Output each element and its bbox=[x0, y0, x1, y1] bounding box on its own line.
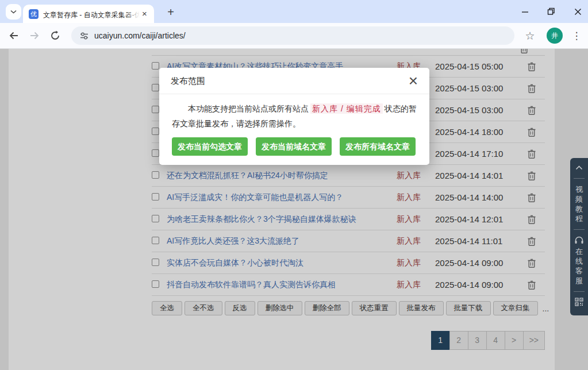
reload-icon bbox=[50, 30, 60, 41]
browser-tab-strip: 优 文章暂存库 - 自动文章采集器-优 × + bbox=[0, 0, 588, 23]
tab-title: 文章暂存库 - 自动文章采集器-优 bbox=[43, 9, 140, 18]
restore-icon bbox=[547, 7, 555, 16]
publish-scope-modal: 发布范围 × 本功能支持把当前站点或所有站点新入库 / 编辑完成状态的暂存文章批… bbox=[159, 68, 429, 165]
forward-button[interactable] bbox=[25, 26, 44, 45]
close-icon bbox=[574, 8, 582, 16]
new-tab-button[interactable]: + bbox=[163, 5, 179, 21]
status-highlight-new: 新入库 bbox=[312, 104, 338, 113]
browser-toolbar: ucaiyun.com/caiji/articles/ ☆ 井 ⋮ bbox=[0, 23, 588, 49]
url-bar[interactable]: ucaiyun.com/caiji/articles/ bbox=[71, 26, 514, 45]
back-arrow-icon bbox=[9, 30, 19, 41]
publish-action-button[interactable]: 发布当前勾选文章 bbox=[172, 137, 248, 156]
highlight-separator: / bbox=[341, 104, 344, 113]
tab-list-chevron-button[interactable] bbox=[6, 4, 21, 20]
window-controls bbox=[519, 0, 583, 23]
browser-menu-icon[interactable]: ⋮ bbox=[570, 27, 583, 44]
site-settings-icon bbox=[79, 31, 89, 41]
forward-arrow-icon bbox=[29, 30, 40, 41]
modal-close-icon[interactable]: × bbox=[405, 71, 421, 91]
back-button[interactable] bbox=[5, 26, 23, 45]
site-favicon: 优 bbox=[29, 9, 39, 19]
publish-action-button[interactable]: 发布所有域名文章 bbox=[340, 137, 416, 156]
modal-description: 本功能支持把当前站点或所有站点新入库 / 编辑完成状态的暂存文章批量发布，请选择… bbox=[172, 101, 417, 131]
restore-button[interactable] bbox=[545, 6, 557, 17]
close-button[interactable] bbox=[572, 6, 583, 17]
modal-title: 发布范围 bbox=[159, 68, 429, 94]
modal-actions: 发布当前勾选文章发布当前域名文章发布所有域名文章 bbox=[172, 137, 417, 156]
publish-action-button[interactable]: 发布当前域名文章 bbox=[256, 137, 332, 156]
minimize-button[interactable] bbox=[519, 6, 531, 17]
status-highlight-edited: 编辑完成 bbox=[347, 104, 381, 113]
tab-close-icon[interactable]: × bbox=[140, 9, 149, 19]
browser-tab[interactable]: 优 文章暂存库 - 自动文章采集器-优 × bbox=[23, 5, 154, 23]
minimize-icon bbox=[521, 8, 529, 16]
chevron-down-icon bbox=[10, 10, 17, 14]
profile-avatar[interactable]: 井 bbox=[547, 28, 563, 44]
status-highlights: 新入库 / 编辑完成 bbox=[310, 103, 383, 114]
bookmark-star-icon[interactable]: ☆ bbox=[521, 27, 539, 44]
url-text: ucaiyun.com/caiji/articles/ bbox=[94, 31, 186, 40]
description-text: 本功能支持把当前站点或所有站点 bbox=[188, 104, 309, 113]
reload-button[interactable] bbox=[46, 26, 64, 45]
